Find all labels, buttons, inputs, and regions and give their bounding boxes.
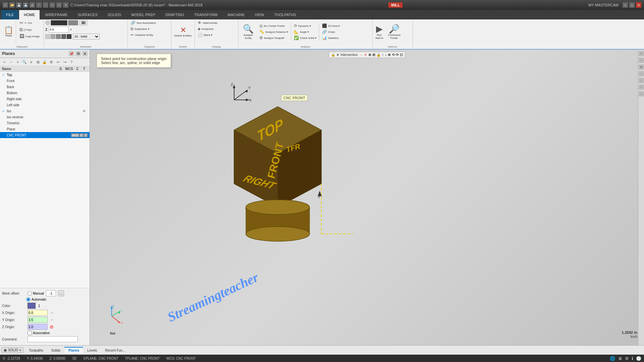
print-icon[interactable]: 🖨 <box>30 2 35 8</box>
automatic-radio-label[interactable]: Automatic <box>26 297 46 302</box>
hide-unhide-button[interactable]: 👁 Hide/Unhide <box>196 20 219 25</box>
manual-browse-button[interactable]: … <box>58 290 64 296</box>
associative-label[interactable]: Associative <box>28 331 50 335</box>
sidebar-undock-button[interactable]: ⧉ <box>75 51 81 56</box>
vt-icon7[interactable]: ⟲ <box>392 53 395 57</box>
status-settings-icon[interactable]: ⚙ <box>625 356 629 361</box>
color-picker[interactable] <box>28 303 36 309</box>
tab-transform[interactable]: TRANSFORM <box>190 10 222 19</box>
plane-item-front[interactable]: Front <box>0 78 90 84</box>
tab-machine[interactable]: MACHINE <box>223 10 250 19</box>
non-associative-button[interactable]: 🔗 Non-Associative <box>129 20 157 25</box>
status-info-icon[interactable]: ℹ <box>632 356 633 361</box>
tab-levels[interactable]: Levels <box>83 347 101 353</box>
maximize-button[interactable]: □ <box>629 2 635 8</box>
2d-area-button[interactable]: ⬛ 2D Area ▾ <box>321 23 341 28</box>
plane-undo-button[interactable]: ↩ <box>55 59 61 65</box>
redo-icon[interactable]: ↪ <box>56 2 62 8</box>
undelete-entity-button[interactable]: ↩ Undelete Entity <box>129 32 154 38</box>
my-mastercam-label[interactable]: MY MASTERCAM <box>588 3 619 7</box>
tab-model-prep[interactable]: MODEL PREP <box>126 10 160 19</box>
automatic-radio[interactable] <box>26 297 31 302</box>
cut-button[interactable]: ✂ ✂ Cut <box>18 20 41 26</box>
angle-button[interactable]: 📐 Angle ▾ <box>292 29 318 35</box>
sidebar-pin-button[interactable]: 📌 <box>69 51 74 56</box>
chain-button[interactable]: 🔗 Chain <box>321 29 341 35</box>
tab-toolpaths[interactable]: Toolpaths <box>25 347 47 353</box>
x-origin-input[interactable] <box>28 310 48 316</box>
copy-image-button[interactable]: 🖼 Copy Image <box>18 33 41 39</box>
endpoints-button[interactable]: ◈ Endpoints <box>196 26 215 32</box>
copy-button[interactable]: ⧉ ] Copy <box>18 26 41 33</box>
save-as-icon[interactable]: 💾 <box>23 2 28 8</box>
manual-value-input[interactable] <box>46 290 56 296</box>
plane-redo-button[interactable]: ↪ <box>62 59 68 65</box>
plane-help-button[interactable]: ? <box>68 59 74 65</box>
right-panel-btn4[interactable]: ↑ <box>639 71 644 76</box>
plane-item-bottom[interactable]: Bottom <box>0 90 90 96</box>
comment-input[interactable] <box>28 336 78 342</box>
paste-button[interactable]: 📋 Paste <box>1 20 16 44</box>
z-origin-error-icon[interactable]: ⊘ <box>50 324 54 329</box>
extra-icon[interactable]: ▾ <box>63 2 68 8</box>
plane-item-right-side[interactable]: Right side <box>0 96 90 102</box>
statistics-button[interactable]: 📊 Statistics <box>321 35 341 41</box>
vt-icon1[interactable]: ⊕ <box>368 53 371 57</box>
y-origin-arrow[interactable]: → <box>50 317 54 322</box>
vt-icon3[interactable]: 🔒 <box>376 53 381 57</box>
manual-radio-label[interactable]: Manual <box>28 291 44 296</box>
vt-icon5[interactable]: ↓ <box>385 53 387 57</box>
save-icon[interactable]: 💾 <box>16 2 21 8</box>
analyze-toolpath-button[interactable]: ⚙ Analyze Toolpath <box>258 35 289 41</box>
plane-item-plane[interactable]: Plane <box>0 126 90 132</box>
new-icon[interactable]: 🗋 <box>3 2 8 8</box>
right-panel-btn2[interactable]: − <box>639 58 644 63</box>
status-time-icon[interactable]: 🕐 <box>636 356 641 361</box>
tab-wireframe[interactable]: WIREFRAME <box>40 10 72 19</box>
tab-home[interactable]: HOME <box>19 10 40 19</box>
check-solid-button[interactable]: ✅ Check Solid ▾ <box>292 35 318 41</box>
dynamic-button[interactable]: ⟳ Dynamic ▾ <box>292 23 318 28</box>
tab-solids[interactable]: SOLIDS <box>103 10 126 19</box>
plane-item-cnc-front[interactable]: CNC FRONT WCS C T <box>0 132 90 138</box>
right-panel-btn6[interactable]: ← <box>639 84 644 90</box>
manual-radio[interactable] <box>28 291 32 296</box>
run-add-in-button[interactable]: ▶ RunAdd-In <box>374 24 385 40</box>
sidebar-close-button[interactable]: ✕ <box>82 51 88 56</box>
arc-center-points-button[interactable]: ◎ Arc Center Points <box>258 23 289 28</box>
x-origin-arrow[interactable]: → <box>50 310 54 315</box>
right-panel-btn3[interactable]: ⊕ <box>639 64 644 70</box>
blank-button[interactable]: ⬜ Blank ▾ <box>196 32 214 38</box>
color-selector[interactable] <box>45 20 78 25</box>
send-icon[interactable]: → <box>43 2 48 8</box>
tab-solids[interactable]: Solids <box>47 347 64 353</box>
add-plane-button[interactable]: + <box>1 59 7 65</box>
tab-file[interactable]: FILE <box>1 10 18 19</box>
undo-icon[interactable]: ↩ <box>50 2 55 8</box>
plane-arrow-button[interactable]: → <box>8 59 14 65</box>
tab-recent-fun[interactable]: Recent Fun... <box>101 347 129 353</box>
associative-checkbox[interactable] <box>28 331 32 335</box>
tab-view[interactable]: VIEW <box>250 10 269 19</box>
analyze-entity-button[interactable]: 🔍 AnalyzeEntity <box>240 24 257 40</box>
status-globe-icon[interactable]: 🌐 <box>610 356 615 361</box>
minimize-button[interactable]: ─ <box>623 2 628 8</box>
plane-item-back[interactable]: Back <box>0 84 90 90</box>
plane-item-iso[interactable]: ✓ Iso G <box>0 108 90 114</box>
right-panel-btn5[interactable]: ↓ <box>639 78 644 83</box>
tab-drafting[interactable]: DRAFTING <box>161 10 189 19</box>
tab-planes[interactable]: Planes <box>64 347 83 353</box>
vt-icon6[interactable]: ⊗ <box>388 53 391 57</box>
close-bar-button[interactable]: ✕ <box>364 53 367 57</box>
right-panel-btn1[interactable]: + <box>639 51 644 56</box>
close-intersection-button[interactable]: ✕ <box>336 53 339 57</box>
analyze-distance-button[interactable]: 📏 Analyze Distance ▾ <box>258 29 289 35</box>
verify-icon[interactable]: ✓ <box>36 2 42 8</box>
solid-select[interactable]: 20 : Solid <box>73 34 100 40</box>
y-origin-input[interactable] <box>28 317 48 323</box>
vt-icon8[interactable]: ⟳ <box>396 53 399 57</box>
solid-dropdown[interactable]: ▾ <box>19 349 21 352</box>
3d-button[interactable]: 3D <box>79 20 87 25</box>
plane-remove-button[interactable]: × <box>15 59 21 65</box>
vt-icon4[interactable]: ↑ <box>382 53 384 57</box>
